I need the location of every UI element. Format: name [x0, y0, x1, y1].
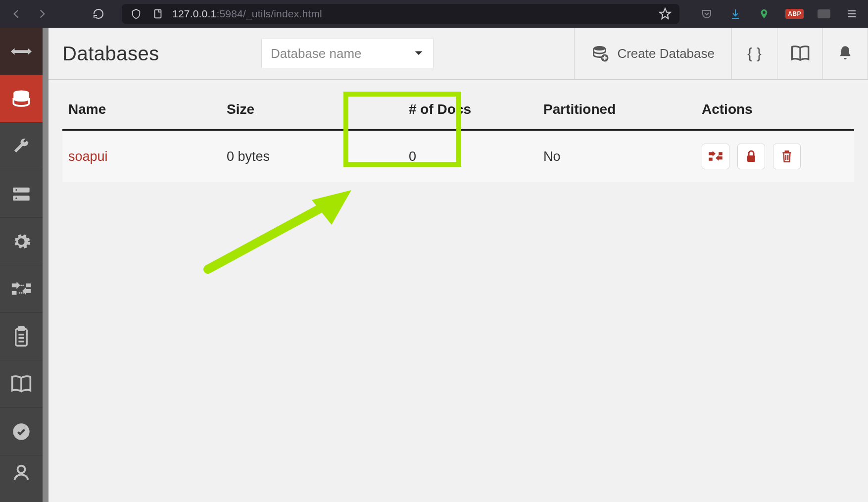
- sidebar-item-clipboard[interactable]: [0, 313, 43, 360]
- sidebar-item-config[interactable]: [0, 218, 43, 265]
- url-path: :5984/_utils/index.html: [216, 8, 322, 19]
- download-icon[interactable]: [728, 6, 743, 21]
- sidebar-item-setup[interactable]: [0, 123, 43, 170]
- url-host: 127.0.0.1: [172, 8, 216, 19]
- json-button[interactable]: { }: [731, 28, 777, 79]
- shield-icon: [129, 6, 144, 21]
- braces-icon: { }: [747, 45, 761, 62]
- svg-marker-24: [312, 190, 351, 225]
- svg-point-17: [18, 466, 25, 473]
- svg-rect-7: [26, 283, 31, 287]
- adblock-badge[interactable]: ABP: [785, 9, 804, 19]
- hamburger-menu-icon[interactable]: [844, 6, 859, 21]
- book-icon: [790, 45, 810, 62]
- svg-rect-6: [12, 291, 17, 295]
- bell-icon: [837, 45, 853, 62]
- cell-size: 0 bytes: [221, 130, 379, 183]
- annotation-arrow: [203, 190, 351, 274]
- page-title: Databases: [48, 43, 261, 65]
- create-database-label: Create Database: [617, 46, 715, 61]
- sidebar-item-verify[interactable]: [0, 408, 43, 455]
- sidebar-item-active-tasks[interactable]: [0, 170, 43, 218]
- database-plus-icon: [591, 45, 609, 62]
- pocket-icon[interactable]: [699, 6, 714, 21]
- browser-toolbar: 127.0.0.1:5984/_utils/index.html ABP: [0, 0, 868, 28]
- database-table: Name Size # of Docs Partitioned Actions …: [48, 80, 868, 182]
- address-bar[interactable]: 127.0.0.1:5984/_utils/index.html: [122, 4, 679, 24]
- notifications-button[interactable]: [822, 28, 868, 79]
- svg-line-23: [208, 205, 327, 269]
- browser-extensions: ABP: [695, 6, 859, 21]
- clipboard-icon: [13, 326, 30, 347]
- table-row: soapui 0 bytes 0 No: [62, 130, 854, 183]
- server-icon: [11, 186, 31, 202]
- svg-rect-22: [747, 155, 755, 162]
- wrench-icon: [12, 137, 31, 156]
- svg-point-4: [15, 189, 17, 191]
- table-header-row: Name Size # of Docs Partitioned Actions: [62, 91, 854, 130]
- svg-point-11: [19, 292, 20, 294]
- replicate-icon: [10, 280, 33, 298]
- page-icon: [150, 6, 165, 21]
- row-actions: [702, 144, 848, 169]
- svg-rect-20: [709, 158, 713, 161]
- back-button[interactable]: [9, 6, 24, 21]
- svg-point-10: [22, 284, 24, 286]
- database-name-select[interactable]: Database name: [261, 39, 434, 68]
- svg-rect-0: [155, 10, 161, 18]
- header-partitioned[interactable]: Partitioned: [537, 91, 696, 130]
- cell-partitioned: No: [537, 130, 696, 183]
- sidebar: [0, 28, 43, 502]
- permissions-button[interactable]: [737, 144, 765, 169]
- arrows-horizontal-icon: [10, 46, 33, 57]
- book-icon: [10, 375, 32, 394]
- topbar: Databases Database name Create Database …: [48, 28, 868, 80]
- sidebar-item-databases[interactable]: [0, 75, 43, 123]
- replicate-icon: [708, 151, 723, 162]
- docs-button[interactable]: [777, 28, 822, 79]
- sidebar-item-user[interactable]: [0, 455, 43, 485]
- database-icon: [11, 89, 32, 109]
- database-select-placeholder: Database name: [271, 46, 362, 61]
- caret-down-icon: [414, 50, 423, 56]
- reload-button[interactable]: [91, 6, 106, 21]
- app-root: Databases Database name Create Database …: [0, 28, 868, 502]
- replicate-button[interactable]: [702, 144, 729, 169]
- cell-docs: 0: [379, 130, 537, 183]
- svg-rect-15: [18, 327, 24, 330]
- svg-point-8: [19, 284, 20, 286]
- svg-point-5: [15, 197, 17, 199]
- user-icon: [12, 463, 30, 481]
- svg-point-12: [21, 292, 22, 294]
- location-pin-icon[interactable]: [757, 6, 772, 21]
- keyboard-icon[interactable]: [818, 9, 830, 18]
- url-text: 127.0.0.1:5984/_utils/index.html: [172, 8, 322, 20]
- check-circle-icon: [11, 422, 31, 442]
- sidebar-item-collapse[interactable]: [0, 28, 43, 75]
- star-icon[interactable]: [658, 6, 673, 21]
- lock-icon: [745, 150, 757, 163]
- sidebar-item-replication[interactable]: [0, 265, 43, 313]
- svg-point-18: [594, 46, 606, 50]
- header-size[interactable]: Size: [221, 91, 379, 130]
- svg-rect-21: [719, 152, 723, 155]
- sidebar-item-docs[interactable]: [0, 360, 43, 408]
- database-name-link[interactable]: soapui: [68, 149, 108, 164]
- forward-button[interactable]: [35, 6, 49, 21]
- create-database-button[interactable]: Create Database: [574, 28, 731, 79]
- header-name[interactable]: Name: [62, 91, 221, 130]
- header-actions: Actions: [696, 91, 854, 130]
- svg-point-9: [21, 284, 22, 286]
- gear-icon: [11, 232, 31, 251]
- trash-icon: [780, 150, 793, 163]
- svg-point-13: [22, 292, 24, 294]
- delete-button[interactable]: [773, 144, 801, 169]
- main-content: Databases Database name Create Database …: [48, 28, 868, 502]
- header-docs[interactable]: # of Docs: [379, 91, 537, 130]
